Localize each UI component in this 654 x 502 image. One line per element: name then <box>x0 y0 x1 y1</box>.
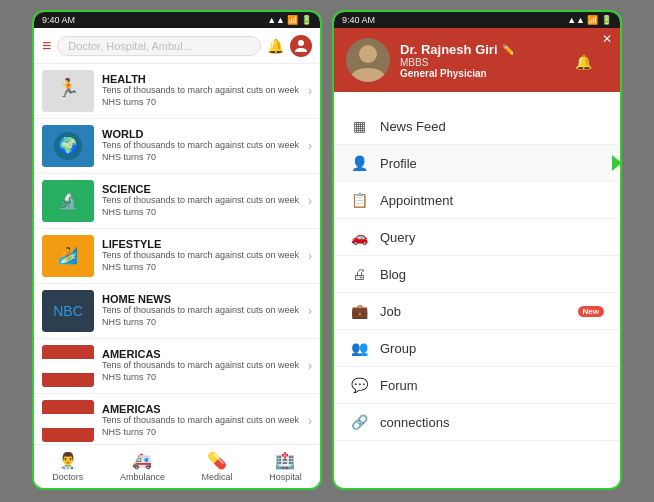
forum-icon: 💬 <box>350 377 368 393</box>
news-item-americas2[interactable]: AMERICAS Tens of thousands to march agai… <box>34 394 320 444</box>
svg-rect-17 <box>42 400 94 414</box>
newsfeed-icon: ▦ <box>350 118 368 134</box>
app-container: 9:40 AM ▲▲ 📶 🔋 ≡ Doctor, Hospital, Ambul… <box>0 0 654 502</box>
nav-hospital[interactable]: 🏥 Hospital <box>269 451 302 482</box>
news-thumb-science: 🔬 <box>42 180 94 222</box>
news-item-world[interactable]: 🌍 WORLD Tens of thousands to march again… <box>34 119 320 174</box>
chevron-lifestyle: › <box>308 249 312 263</box>
news-item-americas1[interactable]: AMERICAS Tens of thousands to march agai… <box>34 339 320 394</box>
search-bar: ≡ Doctor, Hospital, Ambul... 🔔 <box>34 28 320 64</box>
phone-right: 9:40 AM ▲▲ 📶 🔋 Dr. Rajnesh Giri ✏️ MBBS … <box>332 10 622 490</box>
news-category-americas2: AMERICAS <box>102 403 300 415</box>
news-thumb-lifestyle: 🏄 <box>42 235 94 277</box>
news-content-world: WORLD Tens of thousands to march against… <box>102 128 300 163</box>
news-item-health[interactable]: 🏃 HEALTH Tens of thousands to march agai… <box>34 64 320 119</box>
status-bar-left: 9:40 AM ▲▲ 📶 🔋 <box>34 12 320 28</box>
drawer-header: Dr. Rajnesh Giri ✏️ MBBS General Physici… <box>334 28 620 92</box>
nav-medical[interactable]: 💊 Medical <box>202 451 233 482</box>
drawer-item-job[interactable]: 💼 Job New <box>334 293 620 330</box>
news-category-homenews: HOME NEWS <box>102 293 300 305</box>
news-thumb-americas1 <box>42 345 94 387</box>
svg-text:🏃: 🏃 <box>57 77 80 99</box>
news-thumb-health: 🏃 <box>42 70 94 112</box>
hamburger-icon[interactable]: ≡ <box>42 37 51 55</box>
drawer-item-connections[interactable]: 🔗 connections <box>334 404 620 441</box>
ambulance-label: Ambulance <box>120 472 165 482</box>
time-right: 9:40 AM <box>342 15 375 25</box>
chevron-americas1: › <box>308 359 312 373</box>
svg-rect-15 <box>42 373 94 387</box>
medical-label: Medical <box>202 472 233 482</box>
news-category-lifestyle: LIFESTYLE <box>102 238 300 250</box>
connections-icon: 🔗 <box>350 414 368 430</box>
signal-icons-right: ▲▲ 📶 🔋 <box>567 15 612 25</box>
drawer-item-query[interactable]: 🚗 Query <box>334 219 620 256</box>
news-headline-lifestyle: Tens of thousands to march against cuts … <box>102 250 300 273</box>
news-category-world: WORLD <box>102 128 300 140</box>
news-thumb-world: 🌍 <box>42 125 94 167</box>
newsfeed-label: News Feed <box>380 119 604 134</box>
news-thumb-americas2 <box>42 400 94 442</box>
news-category-health: HEALTH <box>102 73 300 85</box>
news-item-science[interactable]: 🔬 SCIENCE Tens of thousands to march aga… <box>34 174 320 229</box>
blog-icon: 🖨 <box>350 266 368 282</box>
news-list: 🏃 HEALTH Tens of thousands to march agai… <box>34 64 320 444</box>
chevron-science: › <box>308 194 312 208</box>
news-content-science: SCIENCE Tens of thousands to march again… <box>102 183 300 218</box>
news-content-health: HEALTH Tens of thousands to march agains… <box>102 73 300 108</box>
news-headline-homenews: Tens of thousands to march against cuts … <box>102 305 300 328</box>
doctors-icon: 👨‍⚕️ <box>58 451 78 470</box>
profile-icon: 👤 <box>350 155 368 171</box>
profile-arrow-indicator <box>612 155 620 171</box>
hospital-label: Hospital <box>269 472 302 482</box>
news-item-homenews[interactable]: NBC HOME NEWS Tens of thousands to march… <box>34 284 320 339</box>
appointment-label: Appointment <box>380 193 604 208</box>
drawer-item-profile[interactable]: 👤 Profile <box>334 145 620 182</box>
bell-icon-right[interactable]: 🔔 <box>575 54 592 70</box>
drawer-item-blog[interactable]: 🖨 Blog <box>334 256 620 293</box>
doctors-label: Doctors <box>52 472 83 482</box>
svg-text:🔬: 🔬 <box>58 191 78 210</box>
group-icon: 👥 <box>350 340 368 356</box>
user-avatar-left[interactable] <box>290 35 312 57</box>
close-icon[interactable]: ✕ <box>602 32 612 46</box>
nav-doctors[interactable]: 👨‍⚕️ Doctors <box>52 451 83 482</box>
svg-rect-18 <box>42 414 94 428</box>
status-bar-right: 9:40 AM ▲▲ 📶 🔋 <box>334 12 620 28</box>
chevron-health: › <box>308 84 312 98</box>
chevron-world: › <box>308 139 312 153</box>
job-icon: 💼 <box>350 303 368 319</box>
news-category-science: SCIENCE <box>102 183 300 195</box>
nav-ambulance[interactable]: 🚑 Ambulance <box>120 451 165 482</box>
news-headline-world: Tens of thousands to march against cuts … <box>102 140 300 163</box>
ambulance-icon: 🚑 <box>132 451 152 470</box>
edit-icon[interactable]: ✏️ <box>502 44 514 55</box>
drawer-item-forum[interactable]: 💬 Forum <box>334 367 620 404</box>
profile-label: Profile <box>380 156 604 171</box>
news-headline-americas1: Tens of thousands to march against cuts … <box>102 360 300 383</box>
news-item-lifestyle[interactable]: 🏄 LIFESTYLE Tens of thousands to march a… <box>34 229 320 284</box>
svg-text:🏄: 🏄 <box>58 246 78 265</box>
news-headline-americas2: Tens of thousands to march against cuts … <box>102 415 300 438</box>
svg-rect-19 <box>42 428 94 442</box>
new-badge-job: New <box>578 306 604 317</box>
medical-icon: 💊 <box>207 451 227 470</box>
svg-point-21 <box>359 45 377 63</box>
search-input[interactable]: Doctor, Hospital, Ambul... <box>57 36 261 56</box>
group-label: Group <box>380 341 604 356</box>
appointment-icon: 📋 <box>350 192 368 208</box>
news-content-homenews: HOME NEWS Tens of thousands to march aga… <box>102 293 300 328</box>
chevron-homenews: › <box>308 304 312 318</box>
svg-point-0 <box>298 40 304 46</box>
bell-icon-left[interactable]: 🔔 <box>267 38 284 54</box>
news-thumb-homenews: NBC <box>42 290 94 332</box>
bottom-nav: 👨‍⚕️ Doctors 🚑 Ambulance 💊 Medical 🏥 Hos… <box>34 444 320 488</box>
phone-left: 9:40 AM ▲▲ 📶 🔋 ≡ Doctor, Hospital, Ambul… <box>32 10 322 490</box>
svg-rect-14 <box>42 359 94 373</box>
svg-text:NBC: NBC <box>53 303 83 319</box>
signal-icons-left: ▲▲ 📶 🔋 <box>267 15 312 25</box>
drawer-item-newsfeed[interactable]: ▦ News Feed <box>334 108 620 145</box>
news-headline-science: Tens of thousands to march against cuts … <box>102 195 300 218</box>
drawer-item-group[interactable]: 👥 Group <box>334 330 620 367</box>
drawer-item-appointment[interactable]: 📋 Appointment <box>334 182 620 219</box>
